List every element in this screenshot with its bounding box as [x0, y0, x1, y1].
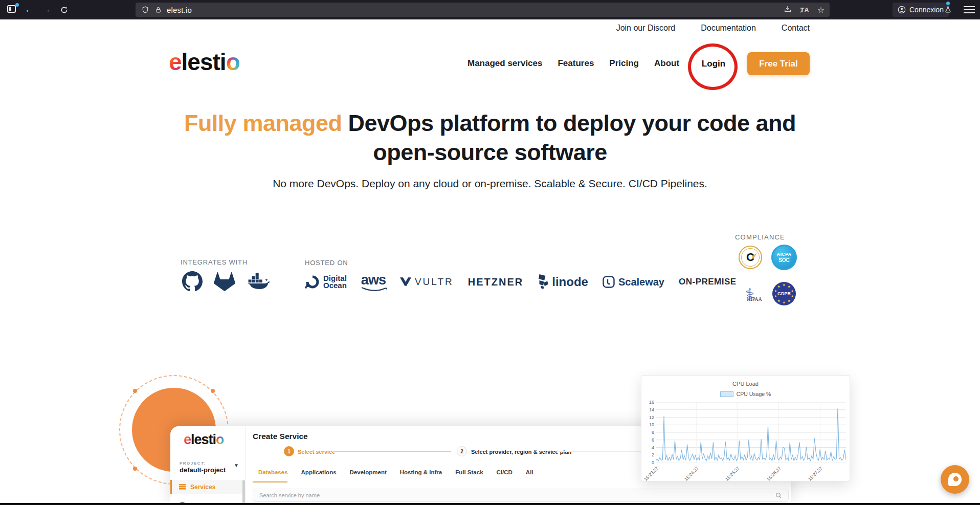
chat-widget-button[interactable] — [941, 465, 969, 494]
hero-title: Fully managed DevOps platform to deploy … — [170, 108, 810, 167]
legend-label: CPU Usage % — [737, 391, 771, 397]
hero-subtitle: No more DevOps. Deploy on any cloud or o… — [170, 178, 810, 190]
lock-icon[interactable] — [155, 6, 162, 14]
chart-plot-area — [656, 402, 846, 465]
gdpr-star: ★ — [788, 299, 790, 302]
nav-documentation[interactable]: Documentation — [701, 24, 756, 33]
scaleway-logo[interactable]: Scaleway — [603, 276, 664, 288]
digitalocean-icon — [305, 274, 320, 290]
iso-certification-badge: C✓ — [739, 246, 762, 269]
save-page-icon[interactable] — [784, 5, 792, 15]
back-button[interactable]: ← — [23, 3, 36, 16]
sidebar-item-services[interactable]: Services — [170, 480, 242, 494]
reload-button[interactable] — [57, 3, 71, 16]
tab-cicd[interactable]: CI/CD — [497, 469, 513, 475]
on-premise-logo[interactable]: ON-PREMISE — [679, 277, 737, 287]
gdpr-star: ★ — [783, 283, 785, 287]
gdpr-star: ★ — [783, 300, 785, 304]
y-tick-label: 14 — [642, 407, 654, 412]
y-tick-label: 0 — [642, 460, 654, 465]
github-icon[interactable] — [182, 271, 203, 292]
service-search-input[interactable]: Search service by name — [253, 489, 789, 502]
cpu-usage-line-chart — [656, 402, 846, 463]
gdpr-star: ★ — [777, 299, 780, 302]
tab-all[interactable]: All — [526, 469, 533, 475]
connexion-button[interactable]: Connexion — [893, 3, 949, 17]
nav-features[interactable]: Features — [558, 58, 594, 69]
vultr-logo[interactable]: VULTR — [400, 276, 454, 288]
nav-pricing[interactable]: Pricing — [609, 58, 639, 69]
browser-chrome: ← → elest.io ȾA ☆ — [0, 0, 980, 19]
aicpa-soc-badge: AICPA SOC — [771, 245, 797, 270]
gdpr-star: ★ — [777, 284, 780, 288]
stepper-line — [332, 451, 451, 452]
elestio-logo[interactable]: elestio — [169, 50, 240, 74]
shield-icon[interactable] — [142, 6, 149, 14]
menu-icon[interactable] — [964, 4, 975, 15]
nav-join-discord[interactable]: Join our Discord — [616, 24, 676, 33]
hetzner-logo[interactable]: HETZNER — [468, 276, 523, 288]
digitalocean-logo[interactable]: DigitalOcean — [305, 274, 347, 290]
firefox-view-icon[interactable] — [7, 5, 16, 13]
search-icon — [775, 492, 782, 499]
step-2-indicator: 2 — [457, 446, 467, 456]
create-service-title: Create Service — [253, 432, 308, 441]
main-nav: Managed services Features Pricing About — [467, 58, 679, 69]
app-sidebar-logo: elestio — [184, 433, 224, 447]
search-placeholder: Search service by name — [259, 492, 775, 498]
nav-about[interactable]: About — [654, 58, 679, 69]
aws-logo[interactable]: aws — [361, 272, 386, 292]
aws-smile-icon — [361, 287, 388, 292]
docker-icon[interactable] — [247, 272, 270, 291]
utility-nav: Join our Discord Documentation Contact — [616, 24, 810, 33]
url-bar[interactable]: elest.io ȾA ☆ — [136, 3, 830, 17]
service-tabs: Databases Applications Development Hosti… — [258, 469, 533, 475]
chart-title: CPU Load — [641, 381, 850, 387]
window-bottom-edge — [0, 503, 980, 505]
gdpr-star: ★ — [788, 284, 790, 288]
project-dropdown-caret[interactable]: ▼ — [234, 463, 239, 468]
gdpr-star: ★ — [791, 289, 793, 293]
nav-contact[interactable]: Contact — [782, 24, 810, 33]
legend-swatch — [720, 391, 733, 397]
x-tick-label: 15:27:37 — [798, 466, 823, 491]
project-name: default-project — [180, 466, 226, 474]
gdpr-star: ★ — [791, 294, 793, 298]
chat-bubble-icon — [948, 473, 962, 486]
tab-full-stack[interactable]: Full Stack — [455, 469, 483, 475]
url-text[interactable]: elest.io — [167, 6, 192, 14]
forward-button[interactable]: → — [40, 3, 53, 16]
project-label: PROJECT: — [180, 461, 206, 466]
connexion-label: Connexion — [909, 6, 944, 14]
translate-icon[interactable]: ȾA — [800, 6, 809, 14]
bookmark-star-icon[interactable]: ☆ — [817, 5, 825, 15]
step-2-label: Select provider, region & service plan — [471, 449, 571, 455]
y-tick-label: 2 — [642, 452, 654, 457]
firefox-view-notification-dot — [15, 3, 19, 7]
gdpr-badge: GDPR ★★★★★★★★★★ — [772, 282, 796, 305]
app-sidebar: elestio PROJECT: default-project ▼ Servi… — [170, 426, 246, 505]
y-tick-label: 4 — [642, 445, 654, 450]
linode-logo[interactable]: linode — [538, 274, 588, 290]
nav-managed-services[interactable]: Managed services — [467, 58, 542, 69]
y-tick-label: 10 — [642, 422, 654, 427]
tab-applications[interactable]: Applications — [301, 469, 337, 475]
hipaa-badge: ⚕ HIPAA — [737, 281, 763, 307]
screen: ← → elest.io ȾA ☆ — [0, 0, 980, 505]
hosted-row: DigitalOcean aws VULTR HETZNER linode — [305, 270, 737, 294]
gitlab-icon[interactable] — [214, 271, 235, 292]
scaleway-icon — [603, 276, 615, 288]
chart-legend: CPU Usage % — [641, 391, 850, 397]
extensions-icon[interactable] — [941, 3, 954, 16]
sidebar-scrollbar[interactable] — [242, 480, 245, 504]
free-trial-button[interactable]: Free Trial — [747, 52, 810, 75]
cpu-load-chart-card: CPU Load CPU Usage % 0246810121416 15:23… — [641, 375, 850, 481]
services-icon — [179, 484, 186, 490]
hosted-on-label: HOSTED ON — [305, 259, 348, 267]
tab-databases[interactable]: Databases — [258, 469, 288, 475]
login-annotation-circle — [688, 43, 738, 90]
tab-development[interactable]: Development — [350, 469, 387, 475]
y-tick-label: 6 — [642, 437, 654, 443]
step-1-label: Select service — [298, 449, 335, 455]
tab-hosting-infra[interactable]: Hosting & Infra — [400, 469, 442, 475]
